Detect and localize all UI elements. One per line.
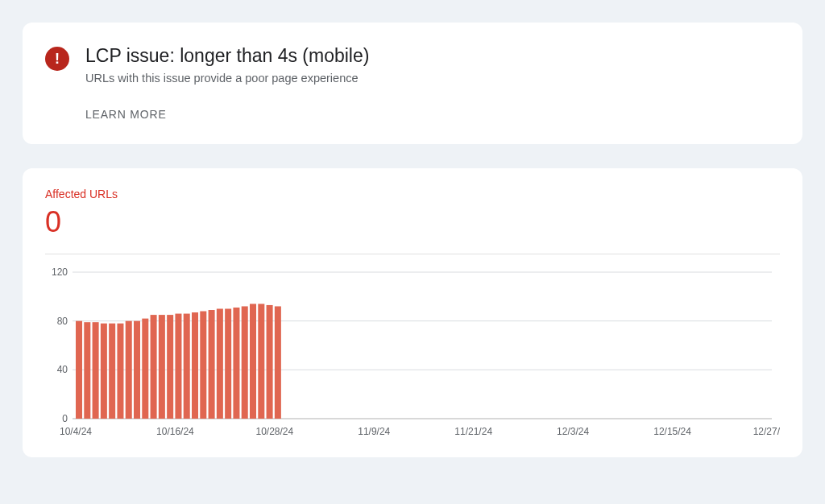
y-tick-label: 0 — [62, 413, 68, 424]
x-tick-label: 12/27/24 — [753, 426, 780, 437]
divider — [45, 254, 780, 254]
chart-bar — [142, 319, 148, 419]
error-icon: ! — [45, 47, 69, 71]
affected-urls-chart: 0408012010/4/2410/16/2410/28/2411/9/2411… — [45, 266, 780, 443]
x-tick-label: 11/9/24 — [358, 426, 390, 437]
chart-bar — [175, 314, 181, 419]
chart-bar — [126, 321, 132, 419]
chart-bar — [117, 324, 123, 419]
y-tick-label: 120 — [52, 266, 68, 278]
chart-bar — [151, 315, 157, 419]
issue-title: LCP issue: longer than 4s (mobile) — [85, 45, 369, 67]
issue-subtitle: URLs with this issue provide a poor page… — [85, 72, 369, 85]
issue-card: ! LCP issue: longer than 4s (mobile) URL… — [23, 23, 802, 144]
chart-bar — [134, 321, 140, 419]
chart-bar — [159, 315, 165, 419]
chart-bar — [200, 312, 206, 419]
chart-bar — [167, 315, 173, 419]
x-tick-label: 10/28/24 — [255, 426, 293, 437]
chart-bar — [250, 304, 256, 419]
chart-bar — [258, 304, 264, 419]
chart-bar — [101, 324, 107, 419]
chart-bar — [184, 314, 190, 419]
metric-label: Affected URLs — [45, 188, 780, 200]
chart-card: Affected URLs 0 0408012010/4/2410/16/241… — [23, 168, 802, 457]
y-tick-label: 80 — [57, 316, 68, 327]
chart-bar — [267, 305, 273, 419]
chart-bar — [225, 309, 231, 419]
chart-bar — [233, 308, 239, 419]
chart-bar — [275, 306, 281, 419]
learn-more-button[interactable]: LEARN MORE — [85, 108, 167, 121]
metric-value: 0 — [45, 205, 780, 239]
chart-bar — [109, 324, 115, 419]
chart-bar — [217, 309, 223, 419]
x-tick-label: 11/21/24 — [454, 426, 492, 437]
chart-bar — [93, 322, 99, 419]
chart-bar — [84, 322, 90, 419]
chart-bar — [209, 310, 215, 419]
x-tick-label: 10/4/24 — [60, 426, 92, 437]
issue-body: LCP issue: longer than 4s (mobile) URLs … — [85, 45, 369, 122]
chart-bar — [242, 306, 248, 419]
x-tick-label: 10/16/24 — [156, 426, 194, 437]
chart-bar — [76, 321, 82, 419]
y-tick-label: 40 — [57, 364, 68, 375]
chart-bar — [192, 312, 198, 419]
x-tick-label: 12/3/24 — [557, 426, 589, 437]
x-tick-label: 12/15/24 — [653, 426, 691, 437]
